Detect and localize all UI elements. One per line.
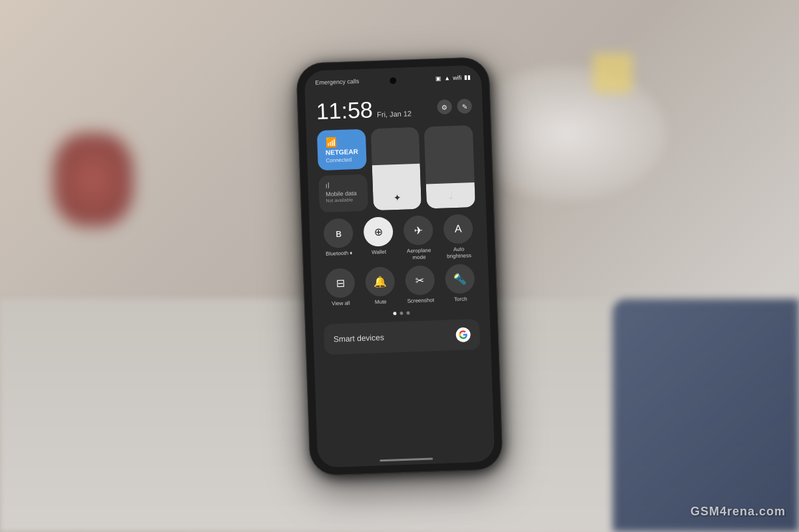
bg-table — [466, 67, 666, 200]
wallet-tile[interactable]: ⊕ Wallet — [360, 216, 397, 262]
phone: Emergency calls ▣ ▲ wifi ▮▮ 11:58 Fri, J… — [296, 57, 503, 476]
phone-screen: Emergency calls ▣ ▲ wifi ▮▮ 11:58 Fri, J… — [304, 65, 495, 467]
wallet-label: Wallet — [372, 248, 386, 255]
network-icon: ▣ — [435, 75, 441, 81]
watermark: GSM4rena.com — [690, 505, 786, 519]
auto-brightness-tile[interactable]: A Auto brightness — [439, 213, 477, 259]
page-dots — [323, 308, 479, 317]
mobile-icon: ıl — [325, 179, 360, 190]
view-all-label: View all — [332, 300, 350, 307]
bluetooth-button[interactable]: ʙ — [323, 218, 354, 248]
torch-button[interactable]: 🔦 — [445, 264, 475, 294]
bluetooth-label: Bluetooth ♦ — [326, 250, 352, 257]
settings-icon-btn[interactable]: ⚙ — [437, 99, 452, 115]
date: Fri, Jan 12 — [377, 109, 411, 119]
time-display: 11:58 Fri, Jan 12 — [316, 97, 411, 123]
main-tiles: 📶 NETGEAR Connected ✦ ♩ — [317, 125, 475, 212]
wifi-icon: 📶 — [325, 136, 358, 148]
screenshot-tile[interactable]: ✂ Screenshot — [401, 265, 439, 304]
volume-icon: ♩ — [448, 190, 453, 201]
signal-icon: ▲ — [444, 75, 450, 81]
control-panel: 11:58 Fri, Jan 12 ⚙ ✎ 📶 NETGEAR Connecte… — [305, 89, 495, 467]
aeroplane-tile[interactable]: ✈ Aeroplane mode — [400, 215, 437, 261]
torch-tile[interactable]: 🔦 Torch — [441, 264, 479, 303]
emergency-calls-text: Emergency calls — [315, 77, 359, 85]
bluetooth-tile[interactable]: ʙ Bluetooth ♦ — [320, 218, 357, 264]
clock: 11:58 — [316, 98, 373, 123]
mute-button[interactable]: 🔔 — [365, 266, 396, 297]
dot-3 — [406, 311, 409, 314]
wifi-status-icon: wifi — [453, 74, 461, 81]
smart-devices-bar[interactable]: Smart devices — [324, 318, 480, 354]
volume-tile[interactable]: ♩ — [424, 125, 475, 208]
brightness-icon: ✦ — [393, 192, 401, 202]
dot-1 — [393, 312, 396, 315]
auto-brightness-button[interactable]: A — [443, 214, 473, 244]
camera-dot — [390, 77, 396, 83]
wifi-tile[interactable]: 📶 NETGEAR Connected — [317, 129, 367, 170]
bg-yellow-object — [593, 53, 633, 93]
mobile-name: Mobile data — [326, 189, 361, 197]
wifi-status: Connected — [326, 156, 358, 164]
quick-tiles-row2: ⊟ View all 🔔 Mute ✂ Screenshot 🔦 Torch — [322, 264, 479, 308]
phone-body: Emergency calls ▣ ▲ wifi ▮▮ 11:58 Fri, J… — [296, 57, 503, 476]
mobile-data-tile[interactable]: ıl Mobile data Not available — [318, 174, 368, 212]
mute-tile[interactable]: 🔔 Mute — [362, 266, 399, 306]
google-icon — [455, 327, 471, 342]
screenshot-label: Screenshot — [407, 297, 434, 304]
torch-label: Torch — [454, 296, 467, 302]
view-all-tile[interactable]: ⊟ View all — [322, 268, 359, 307]
mute-label: Mute — [375, 298, 387, 305]
screenshot-button[interactable]: ✂ — [405, 265, 435, 296]
view-all-button[interactable]: ⊟ — [325, 268, 356, 298]
auto-brightness-label: Auto brightness — [441, 245, 477, 259]
status-icons: ▣ ▲ wifi ▮▮ — [435, 74, 471, 82]
time-action-icons: ⚙ ✎ — [437, 99, 472, 115]
aeroplane-label: Aeroplane mode — [401, 247, 437, 261]
edit-icon-btn[interactable]: ✎ — [457, 99, 472, 114]
bg-red-object — [53, 133, 133, 226]
wallet-button[interactable]: ⊕ — [363, 216, 394, 247]
quick-tiles-row1: ʙ Bluetooth ♦ ⊕ Wallet ✈ Aeroplane mode … — [320, 213, 477, 263]
battery-icon: ▮▮ — [464, 74, 471, 81]
brightness-fill — [372, 164, 422, 210]
dot-2 — [400, 311, 403, 314]
smart-devices-label: Smart devices — [334, 332, 384, 344]
mobile-status: Not available — [326, 196, 361, 202]
jeans-background — [613, 299, 799, 532]
brightness-tile[interactable]: ✦ — [371, 127, 422, 210]
aeroplane-button[interactable]: ✈ — [403, 215, 433, 246]
wifi-name: NETGEAR — [326, 148, 358, 156]
time-row: 11:58 Fri, Jan 12 ⚙ ✎ — [316, 95, 472, 123]
